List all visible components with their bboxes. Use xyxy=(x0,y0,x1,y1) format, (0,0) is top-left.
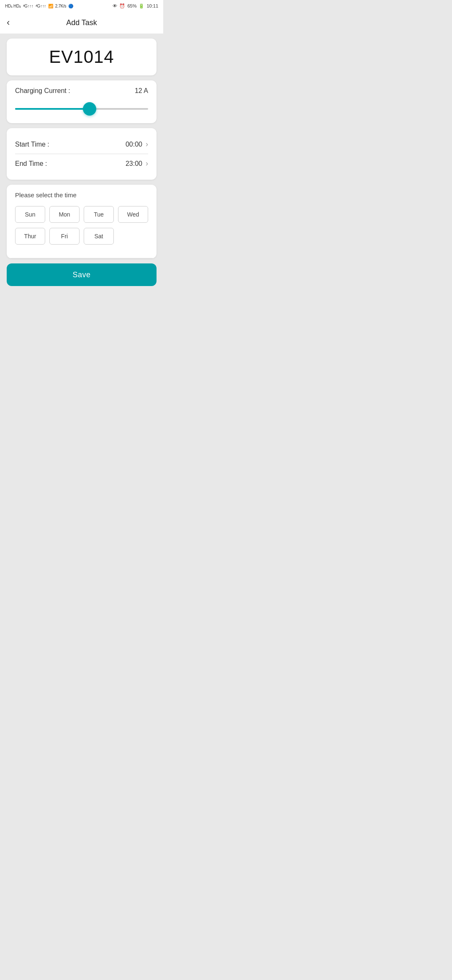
eye-icon: 👁 xyxy=(113,3,117,8)
nav-bar: ‹ Add Task xyxy=(0,12,163,34)
battery-icon: 🔋 xyxy=(139,3,144,9)
charging-header: Charging Current : 12 A xyxy=(15,87,148,95)
day-selector-card: Please select the time SunMonTueWed Thur… xyxy=(7,185,157,258)
day-button-fri[interactable]: Fri xyxy=(49,228,80,245)
end-time-row[interactable]: End Time : 23:00 › xyxy=(15,154,148,173)
start-time-value-wrap: 00:00 › xyxy=(126,140,148,149)
alarm-icon: ⏰ xyxy=(119,3,125,9)
start-time-row[interactable]: Start Time : 00:00 › xyxy=(15,135,148,154)
charging-current-label: Charging Current : xyxy=(15,87,70,95)
status-left: HD₁ HD₂ ⁴G↑↑↑ ⁴G↑↑↑ 📶 2.7K/s 🔵 xyxy=(5,4,73,8)
day-card-divider xyxy=(7,258,157,258)
start-time-value: 00:00 xyxy=(126,141,142,148)
slider-thumb[interactable] xyxy=(83,102,96,116)
network-info: HD₁ HD₂ ⁴G↑↑↑ ⁴G↑↑↑ 📶 2.7K/s 🔵 xyxy=(5,4,73,8)
end-time-chevron-icon: › xyxy=(146,159,148,168)
battery-percent: 65% xyxy=(127,3,136,8)
ev-id-value: EV1014 xyxy=(49,47,114,67)
back-button[interactable]: ‹ xyxy=(7,15,13,30)
day-buttons-row-2: ThurFriSat xyxy=(15,228,148,245)
day-button-sun[interactable]: Sun xyxy=(15,206,45,223)
day-select-label: Please select the time xyxy=(15,191,148,199)
day-button-thur[interactable]: Thur xyxy=(15,228,45,245)
charging-current-card: Charging Current : 12 A xyxy=(7,80,157,123)
ev-id-card: EV1014 xyxy=(7,39,157,75)
start-time-chevron-icon: › xyxy=(146,140,148,149)
day-buttons-row: SunMonTueWed xyxy=(15,206,148,223)
status-right: 👁 ⏰ 65% 🔋 10:11 xyxy=(113,3,158,9)
page-title: Add Task xyxy=(66,18,97,27)
day-button-mon[interactable]: Mon xyxy=(49,206,80,223)
charging-current-value: 12 A xyxy=(135,87,148,95)
day-button-tue[interactable]: Tue xyxy=(84,206,114,223)
clock: 10:11 xyxy=(146,3,158,8)
charging-slider-container[interactable] xyxy=(15,101,148,116)
start-time-label: Start Time : xyxy=(15,141,49,148)
save-button[interactable]: Save xyxy=(7,263,157,286)
day-button-wed[interactable]: Wed xyxy=(118,206,148,223)
end-time-value: 23:00 xyxy=(126,160,142,168)
time-card: Start Time : 00:00 › End Time : 23:00 › xyxy=(7,128,157,180)
day-card-inner: Please select the time SunMonTueWed Thur… xyxy=(7,185,157,258)
main-content: EV1014 Charging Current : 12 A Start Tim… xyxy=(0,34,163,291)
day-button-sat[interactable]: Sat xyxy=(84,228,114,245)
end-time-label: End Time : xyxy=(15,160,47,168)
status-bar: HD₁ HD₂ ⁴G↑↑↑ ⁴G↑↑↑ 📶 2.7K/s 🔵 👁 ⏰ 65% 🔋… xyxy=(0,0,163,12)
end-time-value-wrap: 23:00 › xyxy=(126,159,148,168)
slider-fill xyxy=(15,108,90,110)
